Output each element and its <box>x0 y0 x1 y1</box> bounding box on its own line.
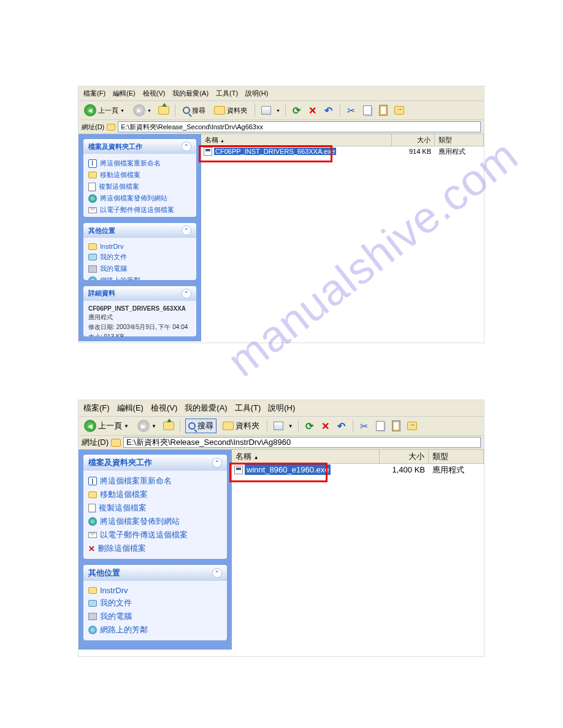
col-type[interactable]: 類型 <box>429 450 484 463</box>
views-button[interactable] <box>272 420 285 432</box>
place-mydocs[interactable]: 我的文件 <box>88 596 222 610</box>
separator <box>255 104 255 116</box>
address-bar: 網址(D) <box>79 436 484 450</box>
menu-tools[interactable]: 工具(T) <box>235 403 261 414</box>
file-size: 914 KB <box>392 148 435 155</box>
menu-edit[interactable]: 編輯(E) <box>113 89 136 98</box>
file-row[interactable]: winnt_8960_e1960.exe 1,400 KB 應用程式 <box>232 464 484 476</box>
address-label: 網址(D) <box>82 123 104 132</box>
menu-help[interactable]: 說明(H) <box>268 403 295 414</box>
explorer-window-1: 檔案(F) 編輯(E) 檢視(V) 我的最愛(A) 工具(T) 說明(H) ◄ … <box>78 86 484 343</box>
tasks-header[interactable]: 檔案及資料夾工作 ⌃ <box>83 455 227 471</box>
move-icon <box>407 422 417 430</box>
task-delete[interactable]: ✕刪除這個檔案 <box>88 542 222 555</box>
undo-button[interactable]: ↶ <box>335 420 348 432</box>
task-email[interactable]: 以電子郵件傳送這個檔案 <box>88 528 222 542</box>
place-network[interactable]: 網路上的芳鄰 <box>88 623 222 637</box>
back-icon: ◄ <box>84 104 96 116</box>
file-type: 應用程式 <box>435 147 484 156</box>
up-button[interactable] <box>163 420 175 432</box>
copy-button[interactable] <box>374 420 386 432</box>
chevron-up-icon: ⌃ <box>212 568 222 578</box>
search-button[interactable]: 搜尋 <box>185 419 216 433</box>
copy-button[interactable] <box>361 104 373 116</box>
menu-tools[interactable]: 工具(T) <box>216 89 238 98</box>
menu-help[interactable]: 說明(H) <box>245 89 268 98</box>
views-button[interactable] <box>260 104 272 116</box>
places-header[interactable]: 其他位置 ⌃ <box>83 223 196 238</box>
place-mycomp[interactable]: 我的電腦 <box>88 263 191 275</box>
refresh-button[interactable]: ⟳ <box>304 420 316 432</box>
cut-button[interactable]: ✂ <box>358 420 370 432</box>
menu-favorites[interactable]: 我的最愛(A) <box>172 89 209 98</box>
details-name: CF06PP_INST_DRIVERS_663XXA <box>88 305 191 313</box>
back-button[interactable]: ◄ 上一頁 ▼ <box>82 103 127 118</box>
menu-file[interactable]: 檔案(F) <box>83 403 110 414</box>
place-mycomp[interactable]: 我的電腦 <box>88 610 222 623</box>
dropdown-icon[interactable]: ▼ <box>288 423 293 429</box>
forward-button[interactable]: ► ▼ <box>135 419 159 433</box>
place-instrdrv[interactable]: InstrDrv <box>88 585 222 596</box>
move-to-button[interactable] <box>406 420 418 432</box>
task-rename[interactable]: 將這個檔案重新命名 <box>88 157 191 169</box>
copy-icon <box>88 183 96 191</box>
place-mydocs[interactable]: 我的文件 <box>88 251 191 263</box>
col-name[interactable]: 名稱 ▲ <box>232 450 380 463</box>
col-size[interactable]: 大小 <box>392 134 435 146</box>
task-email[interactable]: 以電子郵件傳送這個檔案 <box>88 204 191 216</box>
paste-button[interactable] <box>390 420 402 432</box>
up-button[interactable] <box>158 104 170 116</box>
places-header[interactable]: 其他位置 ⌃ <box>83 565 227 581</box>
col-type[interactable]: 類型 <box>435 134 484 146</box>
task-rename[interactable]: 將這個檔案重新命名 <box>88 474 222 488</box>
col-name[interactable]: 名稱 ▲ <box>201 134 392 146</box>
menu-view[interactable]: 檢視(V) <box>151 403 177 414</box>
places-panel: 其他位置 ⌃ InstrDrv 我的文件 我的電腦 網路上的芳鄰 <box>83 223 196 279</box>
mail-icon <box>88 207 97 213</box>
address-input[interactable] <box>118 121 481 132</box>
search-icon <box>183 107 190 114</box>
place-instrdrv[interactable]: InstrDrv <box>88 241 191 251</box>
file-row[interactable]: CF06PP_INST_DRIVERS_663XXA.exe 914 KB 應用… <box>201 146 484 156</box>
task-publish[interactable]: 將這個檔案發佈到網站 <box>88 192 191 204</box>
side-panel: 檔案及資料夾工作 ⌃ 將這個檔案重新命名 移動這個檔案 複製這個檔案 將這個檔案… <box>79 450 232 650</box>
back-button[interactable]: ◄ 上一頁 ▼ <box>82 419 131 433</box>
folders-button[interactable]: 資料夾 <box>220 419 262 433</box>
folders-button[interactable]: 資料夾 <box>212 105 250 116</box>
menu-favorites[interactable]: 我的最愛(A) <box>185 403 227 414</box>
details-header[interactable]: 詳細資料 ⌃ <box>83 286 196 301</box>
undo-button[interactable]: ↶ <box>323 104 335 116</box>
task-delete[interactable]: ✕刪除這個檔案 <box>88 216 191 217</box>
address-input[interactable] <box>123 437 481 448</box>
move-to-button[interactable] <box>393 104 405 116</box>
menu-file[interactable]: 檔案(F) <box>83 89 105 98</box>
cut-button[interactable]: ✂ <box>345 104 358 116</box>
menu-view[interactable]: 檢視(V) <box>143 89 166 98</box>
folder-icon <box>214 106 225 115</box>
tasks-panel: 檔案及資料夾工作 ⌃ 將這個檔案重新命名 移動這個檔案 複製這個檔案 將這個檔案… <box>83 139 196 217</box>
search-button[interactable]: 搜尋 <box>180 105 208 116</box>
place-network[interactable]: 網路上的芳鄰 <box>88 275 191 279</box>
refresh-button[interactable]: ⟳ <box>291 104 303 116</box>
delete-button[interactable]: ✕ <box>320 420 332 432</box>
delete-button[interactable]: ✕ <box>307 104 319 116</box>
menu-edit[interactable]: 編輯(E) <box>117 403 144 414</box>
task-copy[interactable]: 複製這個檔案 <box>88 501 222 515</box>
separator <box>298 420 299 432</box>
task-copy[interactable]: 複製這個檔案 <box>88 181 191 192</box>
task-move[interactable]: 移動這個檔案 <box>88 169 191 181</box>
tasks-header[interactable]: 檔案及資料夾工作 ⌃ <box>83 139 196 154</box>
details-size: 大小: 913 KB <box>88 332 191 336</box>
up-icon <box>163 422 174 430</box>
forward-button[interactable]: ► ▼ <box>131 103 154 118</box>
dropdown-icon: ▼ <box>151 423 156 429</box>
dropdown-icon[interactable]: ▼ <box>276 108 280 113</box>
task-publish[interactable]: 將這個檔案發佈到網站 <box>88 515 222 528</box>
task-move[interactable]: 移動這個檔案 <box>88 488 222 501</box>
chevron-up-icon: ⌃ <box>212 458 222 468</box>
copy-icon <box>376 421 385 431</box>
paste-button[interactable] <box>377 104 389 116</box>
places-panel: 其他位置 ⌃ InstrDrv 我的文件 我的電腦 網路上的芳鄰 <box>83 565 227 640</box>
folder-icon <box>223 422 234 430</box>
col-size[interactable]: 大小 <box>380 450 429 463</box>
